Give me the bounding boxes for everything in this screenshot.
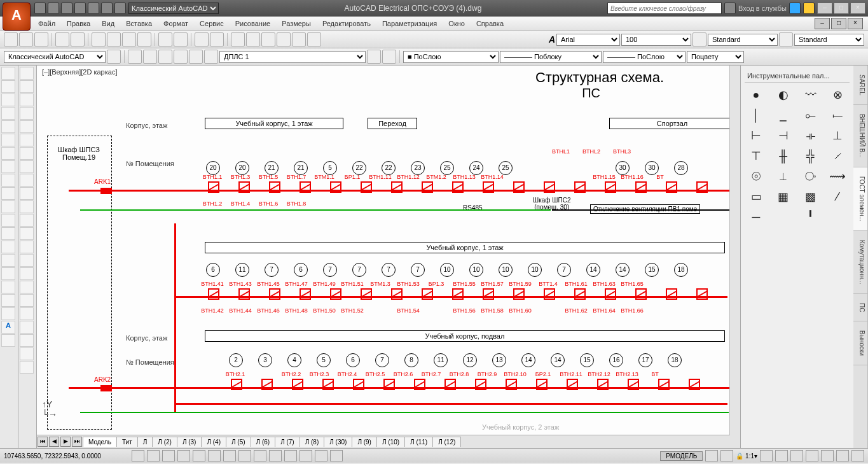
palette-tab[interactable]: ПС (853, 294, 867, 321)
tb-save-icon[interactable] (34, 32, 48, 46)
tab-last-icon[interactable]: ⏭ (72, 437, 82, 447)
tab-layout[interactable]: Л (5) (226, 437, 251, 447)
pal-symbol[interactable]: ╬ (799, 148, 822, 164)
font-select[interactable]: Arial (556, 34, 620, 46)
tab-layout[interactable]: Л (137, 437, 153, 447)
pal-symbol[interactable]: ⟝ (826, 107, 849, 123)
chamfer-icon[interactable] (20, 241, 34, 253)
stretch-icon[interactable] (20, 174, 34, 186)
tb-preview-icon[interactable] (71, 32, 85, 46)
clean-screen-icon[interactable] (851, 450, 864, 461)
rect-icon[interactable] (1, 120, 15, 133)
tb-calc-icon[interactable] (307, 32, 321, 46)
palette-tab[interactable]: Комутационн... (853, 231, 867, 294)
menu-edit[interactable]: Правка (62, 18, 95, 29)
plotstyle-select[interactable]: Поцвету (687, 51, 744, 63)
spline-icon[interactable] (1, 160, 15, 173)
pal-symbol[interactable]: ╹ (799, 209, 822, 225)
linetype-select[interactable]: ———— Поблоку (500, 51, 602, 63)
canvas[interactable]: Структурная схема. ПС Шкаф ШПСЗПомещ.19 … (37, 66, 740, 435)
pal-symbol[interactable]: ⟋ (826, 148, 849, 164)
tab-layout[interactable]: Тит (116, 437, 138, 447)
layer-states-icon[interactable] (143, 50, 157, 64)
pal-symbol[interactable] (772, 209, 795, 225)
tab-first-icon[interactable]: ⏮ (38, 437, 48, 447)
tb-undo-icon[interactable] (158, 32, 172, 46)
explode-icon[interactable] (20, 267, 34, 280)
text-height-select[interactable]: 100 (621, 34, 691, 46)
donut-icon[interactable] (1, 281, 15, 293)
anno-auto-icon[interactable] (775, 450, 788, 461)
pal-symbol[interactable]: ⎯ (772, 107, 795, 123)
polar-toggle[interactable] (177, 450, 190, 461)
ducs-toggle[interactable] (238, 450, 251, 461)
text-style-select[interactable]: Standard (708, 34, 778, 46)
qat-redo-icon[interactable] (114, 3, 126, 14)
ortho-toggle[interactable] (162, 450, 175, 461)
tb-redo-icon[interactable] (174, 32, 188, 46)
move-icon[interactable] (20, 134, 34, 146)
pal-symbol[interactable]: ⦾ (745, 168, 768, 185)
tb-new-icon[interactable] (4, 32, 18, 46)
tb-cut-icon[interactable] (92, 32, 106, 46)
menu-view[interactable]: Вид (97, 18, 120, 29)
isolate-icon[interactable] (836, 450, 849, 461)
mtext-icon[interactable]: A (1, 321, 15, 334)
tb-toolpal-icon[interactable] (261, 32, 275, 46)
help-icon[interactable] (803, 3, 815, 14)
menu-modify[interactable]: Редактировать (317, 18, 376, 29)
tab-layout[interactable]: Л (4) (201, 437, 226, 447)
lwt-toggle[interactable] (269, 450, 282, 461)
pal-symbol[interactable]: ⧂ (799, 168, 822, 185)
point-icon[interactable] (1, 227, 15, 240)
anno-vis-icon[interactable] (760, 450, 773, 461)
palette-tab[interactable]: Выноски (853, 321, 867, 365)
tb-copy-icon[interactable] (107, 32, 121, 46)
tab-layout[interactable]: Л (7) (275, 437, 300, 447)
layer-iso-icon[interactable] (158, 50, 172, 64)
menu-parametric[interactable]: Параметризация (377, 18, 442, 29)
align-icon[interactable] (20, 281, 34, 293)
toolbar-lock-icon[interactable] (806, 450, 818, 461)
pal-symbol[interactable]: ▩ (799, 188, 822, 205)
tb-dsgnctr-icon[interactable] (246, 32, 260, 46)
quickview-dwg-icon[interactable] (720, 450, 733, 461)
menu-draw[interactable]: Рисование (230, 18, 275, 29)
fillet-icon[interactable] (20, 254, 34, 267)
pal-symbol[interactable]: ⟜ (799, 107, 822, 123)
tab-layout[interactable]: Л (12) (432, 437, 461, 447)
grid-toggle[interactable] (147, 450, 160, 461)
ucs-icon[interactable]: ↑Y└→ (42, 399, 57, 419)
color-select[interactable]: ■ ПоСлою (403, 51, 499, 63)
pal-symbol[interactable]: ▭ (745, 188, 768, 205)
gradient-icon[interactable] (1, 187, 15, 200)
edit-spline-icon[interactable] (20, 321, 34, 334)
dimstyle-icon[interactable] (779, 32, 793, 46)
palette-tab[interactable]: SAREL (853, 66, 867, 105)
tb-pan-icon[interactable] (195, 32, 209, 46)
layer-lock-icon[interactable] (204, 50, 218, 64)
layer-props-icon[interactable] (128, 50, 142, 64)
viewport-label[interactable]: [–][Верхняя][2D каркас] (42, 68, 117, 76)
tab-layout[interactable]: Л (9) (352, 437, 377, 447)
mline-icon[interactable] (1, 334, 15, 347)
pal-symbol[interactable]: ⊤ (745, 148, 768, 164)
osnap-toggle[interactable] (193, 450, 205, 461)
minimize-button[interactable]: – (817, 3, 832, 14)
pal-symbol[interactable]: ● (745, 87, 768, 103)
pal-symbol[interactable]: ⁄ (826, 188, 849, 205)
pal-symbol[interactable]: ▦ (772, 188, 795, 205)
layer-freeze-icon[interactable] (174, 50, 188, 64)
pal-symbol[interactable]: │ (745, 107, 768, 123)
copy-icon[interactable] (20, 80, 34, 93)
tb-print-icon[interactable] (55, 32, 69, 46)
layer-select[interactable]: ДПЛС 1 (219, 51, 366, 63)
doc-close-button[interactable]: × (848, 18, 863, 29)
workspace-toolbar-select[interactable]: Классический AutoCAD (4, 51, 106, 63)
close-button[interactable]: × (850, 3, 865, 14)
tb-paste-icon[interactable] (122, 32, 136, 46)
otrack-toggle[interactable] (223, 450, 236, 461)
am-toggle[interactable] (330, 450, 343, 461)
edit-pline-icon[interactable] (20, 307, 34, 320)
break-icon[interactable] (20, 214, 34, 227)
